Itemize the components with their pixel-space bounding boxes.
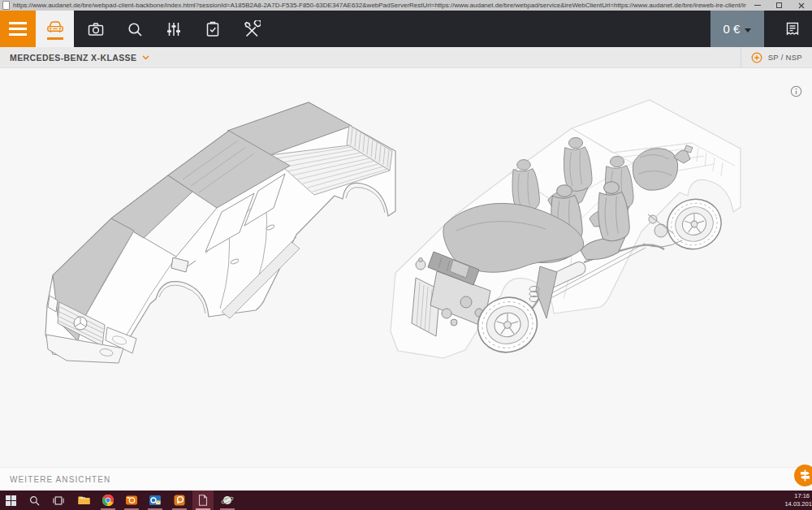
document-app-icon xyxy=(198,495,208,506)
chrome-icon xyxy=(102,495,114,506)
active-tab-indicator xyxy=(47,37,63,40)
clock-date: 14.03.2019 xyxy=(784,500,812,508)
vehicle-bar: MERCEDES-BENZ X-KLASSE SP / NSP xyxy=(0,47,812,68)
camera-icon xyxy=(87,20,105,38)
price-dropdown[interactable]: 0 € xyxy=(710,11,764,47)
car-icon xyxy=(45,19,66,35)
chevron-down-icon xyxy=(141,54,150,61)
url-text[interactable]: https://www.audanet.de/bre/webpad-client… xyxy=(13,2,746,9)
chassis-interior-illustration[interactable] xyxy=(375,84,761,365)
close-button[interactable] xyxy=(790,0,812,11)
planet-app-button[interactable] xyxy=(217,491,238,510)
minimize-icon xyxy=(754,5,761,6)
mode-toggle[interactable]: SP / NSP xyxy=(741,47,812,67)
close-icon xyxy=(798,2,805,9)
browser-titlebar: https://www.audanet.de/bre/webpad-client… xyxy=(0,0,812,11)
orange-app-button[interactable] xyxy=(169,491,190,510)
info-button[interactable] xyxy=(790,85,802,101)
start-button[interactable] xyxy=(0,491,21,510)
info-circle-icon xyxy=(790,85,802,97)
vehicle-selector[interactable]: MERCEDES-BENZ X-KLASSE xyxy=(10,53,150,63)
task-view-button[interactable] xyxy=(48,491,69,510)
windows-taskbar: 17:16 14.03.2019 xyxy=(0,491,812,510)
screen: { "titlebar": { "url": "https://www.auda… xyxy=(0,0,812,510)
file-explorer-button[interactable] xyxy=(73,491,94,510)
taskbar-clock[interactable]: 17:16 14.03.2019 xyxy=(784,492,810,508)
chrome-button[interactable] xyxy=(97,491,119,510)
app-toolbar: 0 € xyxy=(0,11,812,47)
plus-circle-icon xyxy=(751,52,762,63)
taskbar-search-button[interactable] xyxy=(24,491,45,510)
search-button[interactable] xyxy=(115,11,154,47)
exterior-body-illustration[interactable] xyxy=(28,93,398,365)
photos-button[interactable] xyxy=(76,11,115,47)
windows-start-icon xyxy=(6,495,16,506)
page-icon xyxy=(2,1,10,10)
receipt-icon xyxy=(784,20,801,38)
planet-app-icon xyxy=(221,495,234,506)
repair-tools-button[interactable] xyxy=(232,11,271,47)
views-navigator-button[interactable] xyxy=(794,465,812,486)
tools-icon xyxy=(243,20,261,38)
file-explorer-icon xyxy=(78,495,90,505)
graphics-canvas: WEITERE ANSICHTEN xyxy=(0,68,812,491)
signpost-icon xyxy=(798,469,812,482)
caret-down-icon xyxy=(745,28,751,32)
search-icon xyxy=(126,20,144,38)
restore-button[interactable] xyxy=(768,0,790,11)
invoice-button[interactable] xyxy=(773,11,812,47)
restore-icon xyxy=(776,2,782,8)
toolbar-nav xyxy=(76,11,271,47)
orange-app-icon xyxy=(174,495,185,506)
hamburger-icon xyxy=(9,22,27,24)
checklist-icon xyxy=(204,20,222,38)
total-price: 0 € xyxy=(723,22,741,36)
clock-time: 17:16 xyxy=(784,492,810,500)
menu-button[interactable] xyxy=(0,11,36,47)
document-app-button[interactable] xyxy=(192,491,214,510)
mode-label: SP / NSP xyxy=(768,53,802,62)
minimize-button[interactable] xyxy=(746,0,768,11)
search-icon xyxy=(29,495,40,506)
photo-app-icon xyxy=(126,495,137,506)
filters-button[interactable] xyxy=(154,11,193,47)
task-view-icon xyxy=(53,495,64,506)
more-views-link[interactable]: WEITERE ANSICHTEN xyxy=(10,475,110,484)
outlook-button[interactable] xyxy=(145,491,166,510)
tasks-button[interactable] xyxy=(193,11,232,47)
tab-vehicle[interactable] xyxy=(36,11,74,47)
content-footer: WEITERE ANSICHTEN xyxy=(0,467,812,491)
window-controls xyxy=(746,0,812,11)
vehicle-title: MERCEDES-BENZ X-KLASSE xyxy=(10,53,136,63)
outlook-icon xyxy=(149,495,161,506)
filters-icon xyxy=(165,20,183,38)
photo-app-button[interactable] xyxy=(121,491,142,510)
